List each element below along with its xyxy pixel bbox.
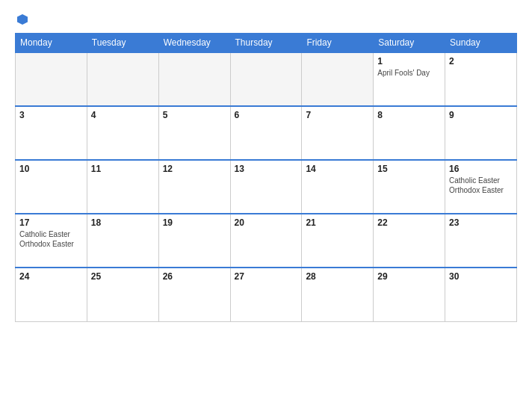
calendar-week-row: 10111213141516Catholic EasterOrthodox Ea…: [16, 160, 517, 214]
day-number: 19: [163, 217, 226, 228]
svg-marker-0: [17, 14, 28, 25]
calendar-cell: 12: [158, 160, 230, 214]
calendar-cell: 24: [16, 268, 87, 321]
calendar-week-row: 3456789: [16, 106, 517, 160]
day-number: 6: [235, 110, 298, 120]
day-number: 1: [377, 56, 441, 67]
calendar-cell: 14: [302, 160, 374, 214]
day-number: 30: [449, 271, 513, 282]
calendar-cell: 6: [230, 106, 302, 160]
calendar-cell: 29: [374, 268, 445, 321]
day-number: 26: [163, 271, 226, 282]
calendar-cell: 4: [87, 106, 158, 160]
day-number: 3: [19, 110, 83, 120]
calendar-week-row: 1April Fools' Day2: [16, 52, 517, 106]
day-number: 13: [235, 164, 298, 174]
day-number: 21: [306, 217, 369, 228]
calendar-cell: 10: [16, 160, 87, 214]
calendar-table: MondayTuesdayWednesdayThursdayFridaySatu…: [15, 33, 517, 322]
day-number: 27: [235, 271, 298, 282]
calendar-cell: 18: [87, 214, 158, 268]
event-label: Catholic Easter: [19, 229, 83, 239]
col-header-tuesday: Tuesday: [87, 34, 158, 53]
day-number: 5: [163, 110, 226, 120]
day-number: 23: [449, 217, 513, 228]
calendar-cell: 11: [87, 160, 158, 214]
calendar-cell: 13: [230, 160, 302, 214]
day-number: 20: [235, 217, 298, 228]
calendar-cell: 16Catholic EasterOrthodox Easter: [445, 160, 517, 214]
calendar-cell: [87, 52, 158, 106]
day-number: 16: [449, 164, 513, 174]
logo: [15, 13, 28, 25]
logo-flag-icon: [16, 13, 28, 25]
calendar-cell: 5: [158, 106, 230, 160]
calendar-cell: 8: [374, 106, 445, 160]
day-number: 12: [163, 164, 226, 174]
calendar-cell: 26: [158, 268, 230, 321]
day-number: 24: [19, 271, 83, 282]
day-number: 28: [306, 271, 369, 282]
calendar-cell: [158, 52, 230, 106]
calendar-page: MondayTuesdayWednesdayThursdayFridaySatu…: [0, 0, 532, 411]
header: [15, 13, 517, 25]
day-number: 10: [19, 164, 83, 174]
event-label: Catholic Easter: [449, 176, 513, 185]
calendar-cell: 23: [445, 214, 517, 268]
day-number: 2: [449, 56, 513, 67]
col-header-monday: Monday: [16, 34, 87, 53]
day-number: 8: [377, 110, 441, 120]
calendar-header-row: MondayTuesdayWednesdayThursdayFridaySatu…: [16, 34, 517, 53]
calendar-cell: 9: [445, 106, 517, 160]
calendar-cell: [230, 52, 302, 106]
day-number: 25: [91, 271, 155, 282]
calendar-cell: 17Catholic EasterOrthodox Easter: [16, 214, 87, 268]
calendar-week-row: 24252627282930: [16, 268, 517, 321]
day-number: 15: [377, 164, 441, 174]
col-header-thursday: Thursday: [230, 34, 302, 53]
calendar-week-row: 17Catholic EasterOrthodox Easter18192021…: [16, 214, 517, 268]
calendar-cell: 2: [445, 52, 517, 106]
calendar-cell: 1April Fools' Day: [374, 52, 445, 106]
calendar-cell: 27: [230, 268, 302, 321]
day-number: 14: [306, 164, 369, 174]
day-number: 4: [91, 110, 155, 120]
day-number: 22: [377, 217, 441, 228]
calendar-cell: 7: [302, 106, 374, 160]
col-header-friday: Friday: [302, 34, 374, 53]
calendar-cell: [302, 52, 374, 106]
day-number: 9: [449, 110, 513, 120]
calendar-cell: 30: [445, 268, 517, 321]
day-number: 7: [306, 110, 369, 120]
event-label: April Fools' Day: [377, 68, 441, 78]
calendar-cell: 20: [230, 214, 302, 268]
calendar-cell: 21: [302, 214, 374, 268]
event-label: Orthodox Easter: [19, 239, 83, 249]
day-number: 11: [91, 164, 155, 174]
col-header-saturday: Saturday: [374, 34, 445, 53]
calendar-cell: 19: [158, 214, 230, 268]
calendar-cell: 25: [87, 268, 158, 321]
calendar-cell: 15: [374, 160, 445, 214]
col-header-wednesday: Wednesday: [158, 34, 230, 53]
calendar-cell: 3: [16, 106, 87, 160]
col-header-sunday: Sunday: [445, 34, 517, 53]
event-label: Orthodox Easter: [449, 185, 513, 195]
day-number: 29: [377, 271, 441, 282]
calendar-cell: 28: [302, 268, 374, 321]
calendar-cell: [16, 52, 87, 106]
day-number: 17: [19, 217, 83, 228]
day-number: 18: [91, 217, 155, 228]
calendar-cell: 22: [374, 214, 445, 268]
